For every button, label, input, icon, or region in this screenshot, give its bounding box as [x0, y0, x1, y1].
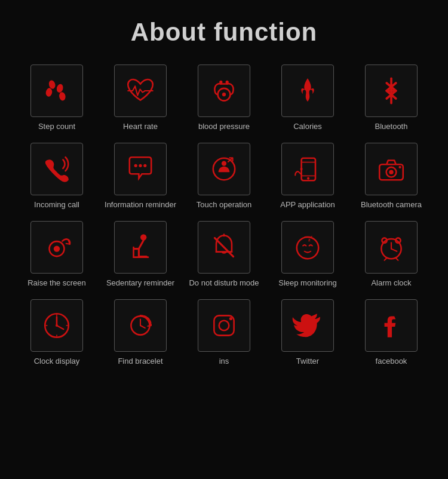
icon-box-facebook: [365, 299, 418, 352]
svg-text:z: z: [311, 235, 312, 238]
alarm-clock-icon: [376, 232, 407, 263]
svg-point-57: [219, 320, 229, 330]
do-not-disturb-icon: [208, 232, 240, 263]
icon-box-heart-rate: [114, 65, 167, 117]
bluetooth-camera-icon: [376, 153, 407, 185]
cell-ins: ins: [185, 299, 263, 367]
svg-point-26: [54, 245, 60, 251]
label-touch-operation: Touch operation: [197, 200, 252, 210]
label-raise-screen: Raise the screen: [27, 278, 86, 288]
sedentary-reminder-icon: [125, 232, 156, 263]
cell-calories: Calories: [269, 65, 346, 132]
label-incoming-call: Incoming call: [34, 200, 79, 210]
cell-touch-operation: Touch operation: [185, 143, 263, 210]
svg-point-11: [139, 164, 142, 167]
icon-box-step-count: [30, 65, 83, 117]
svg-line-55: [140, 326, 145, 328]
information-reminder-icon: [125, 153, 156, 185]
twitter-icon: [292, 310, 323, 341]
svg-point-7: [219, 81, 222, 84]
icon-box-incoming-call: [30, 143, 83, 195]
label-bluetooth: Bluetooth: [375, 122, 408, 132]
cell-alarm-clock: Alarm clock: [352, 221, 430, 288]
heart-rate-icon: [125, 75, 156, 106]
label-facebook: facebook: [376, 357, 407, 367]
cell-incoming-call: Incoming call: [18, 143, 96, 210]
cell-bluetooth: Bluetooth: [352, 65, 430, 132]
label-alarm-clock: Alarm clock: [371, 278, 411, 288]
raise-screen-icon: [41, 232, 72, 263]
cell-heart-rate: Heart rate: [102, 65, 179, 132]
label-sleep-monitoring: Sleep monitoring: [278, 278, 337, 288]
svg-point-27: [140, 234, 146, 240]
cell-step-count: Step count: [18, 65, 96, 132]
cell-facebook: facebook: [352, 299, 430, 367]
label-find-bracelet: Find bracelet: [118, 357, 162, 367]
svg-point-5: [222, 93, 226, 96]
calories-icon: [292, 75, 323, 106]
incoming-call-icon: [41, 153, 72, 185]
app-application-icon: [292, 153, 323, 185]
svg-point-14: [222, 161, 226, 165]
find-bracelet-icon: [125, 310, 156, 341]
cell-bluetooth-camera: Bluetooth camera: [352, 143, 430, 210]
svg-point-35: [297, 237, 318, 259]
label-do-not-disturb: Do not disturb mode: [189, 278, 259, 288]
clock-display-icon: [41, 310, 72, 341]
cell-sleep-monitoring: z z Sleep monitoring: [269, 221, 346, 288]
label-twitter: Twitter: [296, 357, 319, 367]
icon-box-bluetooth-camera: [365, 143, 418, 195]
icon-box-information-reminder: [114, 143, 167, 195]
label-clock-display: Clock display: [34, 357, 80, 367]
cell-sedentary-reminder: Sedentary reminder: [102, 221, 179, 288]
svg-point-10: [134, 164, 137, 167]
icon-box-sleep-monitoring: z z: [281, 221, 334, 274]
svg-line-43: [385, 257, 387, 260]
icon-box-touch-operation: [198, 143, 250, 195]
label-calories: Calories: [293, 122, 322, 132]
svg-point-2: [56, 83, 64, 93]
step-count-icon: [41, 75, 72, 106]
svg-point-20: [300, 168, 303, 170]
icon-box-ins: [198, 299, 250, 352]
sleep-monitoring-icon: z z: [292, 232, 323, 263]
touch-operation-icon: [208, 153, 240, 185]
svg-point-19: [307, 177, 309, 179]
label-blood-pressure: blood pressure: [198, 122, 250, 132]
label-sedentary-reminder: Sedentary reminder: [106, 278, 174, 288]
cell-clock-display: Clock display: [18, 299, 96, 367]
svg-point-12: [143, 164, 146, 167]
icon-box-twitter: [281, 299, 334, 352]
label-app-application: APP application: [280, 200, 335, 210]
label-heart-rate: Heart rate: [123, 122, 158, 132]
svg-point-58: [229, 317, 232, 320]
instagram-icon: [208, 310, 240, 341]
svg-point-8: [226, 81, 229, 84]
icon-box-alarm-clock: [365, 221, 418, 274]
cell-app-application: APP application: [269, 143, 346, 210]
icon-box-find-bracelet: [114, 299, 167, 352]
label-information-reminder: Information reminder: [105, 200, 176, 210]
label-bluetooth-camera: Bluetooth camera: [361, 200, 422, 210]
cell-raise-screen: Raise the screen: [18, 221, 96, 288]
cell-information-reminder: Information reminder: [102, 143, 179, 210]
cell-twitter: Twitter: [269, 299, 346, 367]
cell-blood-pressure: blood pressure: [185, 65, 263, 132]
cell-find-bracelet: Find bracelet: [102, 299, 179, 367]
svg-line-44: [395, 257, 398, 260]
icon-box-blood-pressure: [198, 65, 250, 117]
page-title: About function: [131, 18, 318, 47]
svg-point-48: [56, 324, 58, 327]
icon-box-bluetooth: [365, 65, 418, 117]
svg-line-40: [391, 248, 397, 251]
svg-point-23: [389, 170, 393, 174]
cell-do-not-disturb: Do not disturb mode: [185, 221, 263, 288]
label-ins: ins: [219, 357, 229, 367]
icon-box-calories: [281, 65, 334, 117]
svg-text:z: z: [308, 237, 311, 242]
svg-point-24: [398, 166, 401, 168]
bluetooth-icon: [376, 75, 407, 106]
svg-point-1: [45, 88, 53, 97]
svg-point-41: [382, 238, 386, 242]
icon-box-raise-screen: [30, 221, 83, 274]
